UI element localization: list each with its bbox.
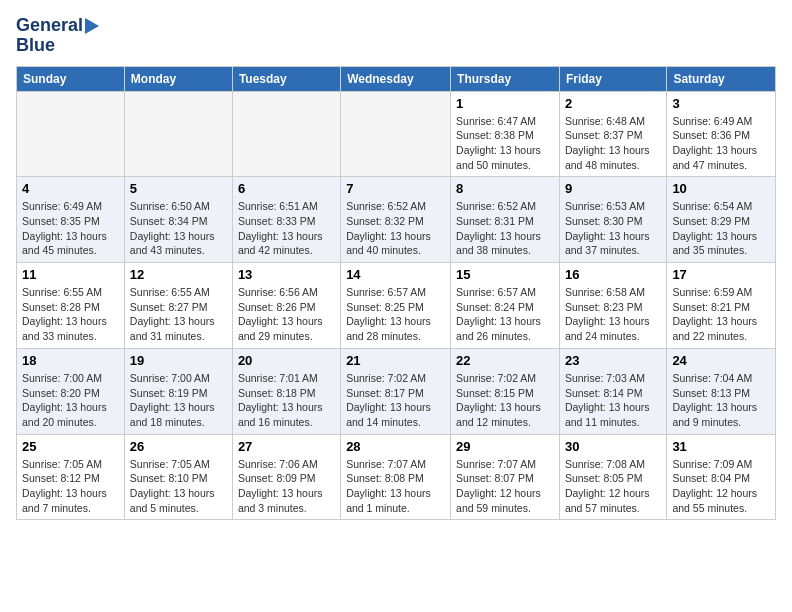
day-number: 7 xyxy=(346,181,445,196)
day-number: 22 xyxy=(456,353,554,368)
day-number: 1 xyxy=(456,96,554,111)
calendar-week-row: 1Sunrise: 6:47 AMSunset: 8:38 PMDaylight… xyxy=(17,91,776,177)
col-header-saturday: Saturday xyxy=(667,66,776,91)
calendar-cell: 28Sunrise: 7:07 AMSunset: 8:08 PMDayligh… xyxy=(341,434,451,520)
day-number: 24 xyxy=(672,353,770,368)
day-info: Sunrise: 7:08 AMSunset: 8:05 PMDaylight:… xyxy=(565,457,661,516)
day-number: 18 xyxy=(22,353,119,368)
calendar-cell: 2Sunrise: 6:48 AMSunset: 8:37 PMDaylight… xyxy=(559,91,666,177)
calendar-table: SundayMondayTuesdayWednesdayThursdayFrid… xyxy=(16,66,776,521)
calendar-cell: 18Sunrise: 7:00 AMSunset: 8:20 PMDayligh… xyxy=(17,348,125,434)
day-number: 26 xyxy=(130,439,227,454)
calendar-cell: 6Sunrise: 6:51 AMSunset: 8:33 PMDaylight… xyxy=(232,177,340,263)
day-number: 21 xyxy=(346,353,445,368)
day-number: 12 xyxy=(130,267,227,282)
day-number: 15 xyxy=(456,267,554,282)
calendar-cell: 14Sunrise: 6:57 AMSunset: 8:25 PMDayligh… xyxy=(341,263,451,349)
day-info: Sunrise: 6:49 AMSunset: 8:36 PMDaylight:… xyxy=(672,114,770,173)
calendar-cell: 12Sunrise: 6:55 AMSunset: 8:27 PMDayligh… xyxy=(124,263,232,349)
day-info: Sunrise: 6:52 AMSunset: 8:31 PMDaylight:… xyxy=(456,199,554,258)
day-number: 28 xyxy=(346,439,445,454)
day-info: Sunrise: 6:52 AMSunset: 8:32 PMDaylight:… xyxy=(346,199,445,258)
calendar-cell: 21Sunrise: 7:02 AMSunset: 8:17 PMDayligh… xyxy=(341,348,451,434)
calendar-cell: 29Sunrise: 7:07 AMSunset: 8:07 PMDayligh… xyxy=(451,434,560,520)
logo-blue: Blue xyxy=(16,36,55,56)
day-number: 27 xyxy=(238,439,335,454)
day-info: Sunrise: 7:02 AMSunset: 8:17 PMDaylight:… xyxy=(346,371,445,430)
calendar-header-row: SundayMondayTuesdayWednesdayThursdayFrid… xyxy=(17,66,776,91)
day-number: 23 xyxy=(565,353,661,368)
logo-general: General xyxy=(16,16,83,36)
calendar-cell: 31Sunrise: 7:09 AMSunset: 8:04 PMDayligh… xyxy=(667,434,776,520)
day-info: Sunrise: 7:07 AMSunset: 8:07 PMDaylight:… xyxy=(456,457,554,516)
day-info: Sunrise: 7:02 AMSunset: 8:15 PMDaylight:… xyxy=(456,371,554,430)
calendar-cell: 27Sunrise: 7:06 AMSunset: 8:09 PMDayligh… xyxy=(232,434,340,520)
day-number: 2 xyxy=(565,96,661,111)
calendar-cell xyxy=(17,91,125,177)
calendar-cell: 1Sunrise: 6:47 AMSunset: 8:38 PMDaylight… xyxy=(451,91,560,177)
calendar-cell xyxy=(124,91,232,177)
col-header-sunday: Sunday xyxy=(17,66,125,91)
calendar-cell: 16Sunrise: 6:58 AMSunset: 8:23 PMDayligh… xyxy=(559,263,666,349)
page-header: General Blue xyxy=(16,16,776,56)
day-number: 13 xyxy=(238,267,335,282)
calendar-cell xyxy=(232,91,340,177)
day-number: 14 xyxy=(346,267,445,282)
day-number: 10 xyxy=(672,181,770,196)
day-number: 9 xyxy=(565,181,661,196)
day-number: 17 xyxy=(672,267,770,282)
day-info: Sunrise: 6:58 AMSunset: 8:23 PMDaylight:… xyxy=(565,285,661,344)
day-number: 30 xyxy=(565,439,661,454)
day-info: Sunrise: 7:05 AMSunset: 8:12 PMDaylight:… xyxy=(22,457,119,516)
day-number: 29 xyxy=(456,439,554,454)
day-info: Sunrise: 7:01 AMSunset: 8:18 PMDaylight:… xyxy=(238,371,335,430)
calendar-cell: 9Sunrise: 6:53 AMSunset: 8:30 PMDaylight… xyxy=(559,177,666,263)
day-info: Sunrise: 6:53 AMSunset: 8:30 PMDaylight:… xyxy=(565,199,661,258)
col-header-friday: Friday xyxy=(559,66,666,91)
calendar-cell: 15Sunrise: 6:57 AMSunset: 8:24 PMDayligh… xyxy=(451,263,560,349)
day-number: 16 xyxy=(565,267,661,282)
day-info: Sunrise: 6:47 AMSunset: 8:38 PMDaylight:… xyxy=(456,114,554,173)
day-number: 25 xyxy=(22,439,119,454)
day-info: Sunrise: 6:57 AMSunset: 8:25 PMDaylight:… xyxy=(346,285,445,344)
calendar-cell: 26Sunrise: 7:05 AMSunset: 8:10 PMDayligh… xyxy=(124,434,232,520)
day-number: 20 xyxy=(238,353,335,368)
day-number: 3 xyxy=(672,96,770,111)
calendar-cell: 13Sunrise: 6:56 AMSunset: 8:26 PMDayligh… xyxy=(232,263,340,349)
day-info: Sunrise: 6:56 AMSunset: 8:26 PMDaylight:… xyxy=(238,285,335,344)
day-number: 11 xyxy=(22,267,119,282)
calendar-cell: 20Sunrise: 7:01 AMSunset: 8:18 PMDayligh… xyxy=(232,348,340,434)
day-info: Sunrise: 6:55 AMSunset: 8:27 PMDaylight:… xyxy=(130,285,227,344)
calendar-cell: 22Sunrise: 7:02 AMSunset: 8:15 PMDayligh… xyxy=(451,348,560,434)
day-info: Sunrise: 7:06 AMSunset: 8:09 PMDaylight:… xyxy=(238,457,335,516)
logo: General Blue xyxy=(16,16,99,56)
day-number: 4 xyxy=(22,181,119,196)
calendar-cell: 11Sunrise: 6:55 AMSunset: 8:28 PMDayligh… xyxy=(17,263,125,349)
calendar-cell: 19Sunrise: 7:00 AMSunset: 8:19 PMDayligh… xyxy=(124,348,232,434)
day-info: Sunrise: 6:48 AMSunset: 8:37 PMDaylight:… xyxy=(565,114,661,173)
day-info: Sunrise: 6:59 AMSunset: 8:21 PMDaylight:… xyxy=(672,285,770,344)
day-info: Sunrise: 7:03 AMSunset: 8:14 PMDaylight:… xyxy=(565,371,661,430)
day-number: 31 xyxy=(672,439,770,454)
calendar-cell: 5Sunrise: 6:50 AMSunset: 8:34 PMDaylight… xyxy=(124,177,232,263)
day-info: Sunrise: 6:50 AMSunset: 8:34 PMDaylight:… xyxy=(130,199,227,258)
calendar-cell: 7Sunrise: 6:52 AMSunset: 8:32 PMDaylight… xyxy=(341,177,451,263)
day-info: Sunrise: 7:05 AMSunset: 8:10 PMDaylight:… xyxy=(130,457,227,516)
col-header-monday: Monday xyxy=(124,66,232,91)
day-info: Sunrise: 6:49 AMSunset: 8:35 PMDaylight:… xyxy=(22,199,119,258)
day-info: Sunrise: 7:09 AMSunset: 8:04 PMDaylight:… xyxy=(672,457,770,516)
calendar-week-row: 18Sunrise: 7:00 AMSunset: 8:20 PMDayligh… xyxy=(17,348,776,434)
day-info: Sunrise: 7:00 AMSunset: 8:19 PMDaylight:… xyxy=(130,371,227,430)
col-header-thursday: Thursday xyxy=(451,66,560,91)
day-number: 6 xyxy=(238,181,335,196)
calendar-cell: 3Sunrise: 6:49 AMSunset: 8:36 PMDaylight… xyxy=(667,91,776,177)
calendar-week-row: 4Sunrise: 6:49 AMSunset: 8:35 PMDaylight… xyxy=(17,177,776,263)
calendar-cell: 8Sunrise: 6:52 AMSunset: 8:31 PMDaylight… xyxy=(451,177,560,263)
col-header-wednesday: Wednesday xyxy=(341,66,451,91)
day-info: Sunrise: 6:54 AMSunset: 8:29 PMDaylight:… xyxy=(672,199,770,258)
calendar-cell: 17Sunrise: 6:59 AMSunset: 8:21 PMDayligh… xyxy=(667,263,776,349)
day-info: Sunrise: 6:55 AMSunset: 8:28 PMDaylight:… xyxy=(22,285,119,344)
calendar-week-row: 11Sunrise: 6:55 AMSunset: 8:28 PMDayligh… xyxy=(17,263,776,349)
calendar-cell: 30Sunrise: 7:08 AMSunset: 8:05 PMDayligh… xyxy=(559,434,666,520)
calendar-week-row: 25Sunrise: 7:05 AMSunset: 8:12 PMDayligh… xyxy=(17,434,776,520)
